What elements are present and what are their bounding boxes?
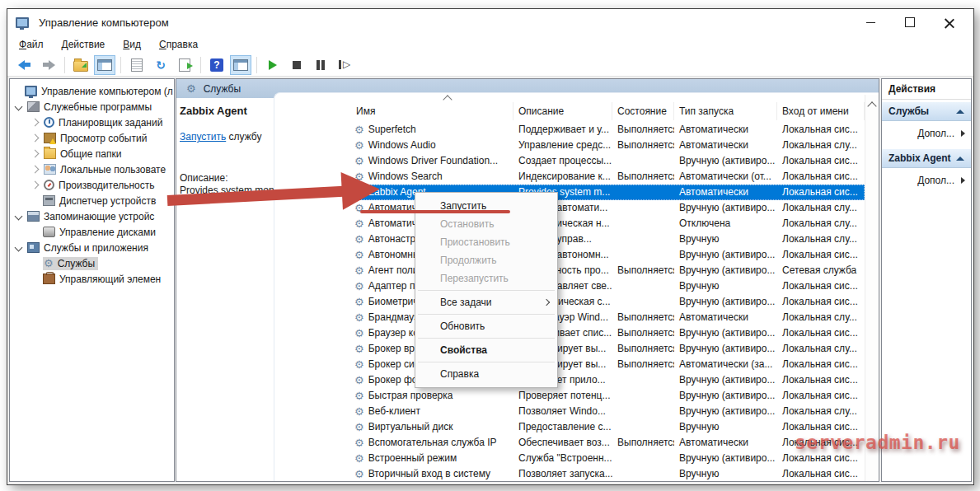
properties-button[interactable] — [126, 55, 148, 75]
service-status-cell — [612, 451, 674, 466]
expand-icon[interactable] — [31, 150, 40, 158]
start-service-button[interactable] — [262, 55, 284, 75]
actions-more-services[interactable]: Допол... — [882, 124, 971, 143]
context-menu-item-all-tasks[interactable]: Все задачи — [415, 293, 557, 311]
tree-item-task-scheduler[interactable]: Планировщик заданий — [10, 115, 174, 130]
service-startup-type-cell: Вручную (активиро... — [674, 153, 777, 169]
expand-icon[interactable] — [31, 181, 40, 189]
window-title: Управление компьютером — [39, 16, 169, 29]
table-row[interactable]: Виртуальный диск Предоставление с... Вру… — [351, 419, 865, 435]
table-row[interactable]: Встроенный режим Служба "Встроенн... Вру… — [351, 451, 865, 466]
service-status-cell — [612, 185, 674, 200]
extended-view-icon — [233, 59, 248, 71]
column-header-name[interactable]: Имя — [351, 102, 513, 120]
actions-section-zabbix-agent[interactable]: Zabbix Agent — [882, 148, 971, 168]
tree-item-event-viewer[interactable]: Просмотр событий — [10, 130, 174, 146]
menu-item-view[interactable]: Вид — [123, 39, 141, 50]
context-menu-item-start[interactable]: Запустить — [415, 197, 557, 215]
forward-icon — [42, 60, 55, 70]
menu-item-action[interactable]: Действие — [62, 39, 106, 50]
collapse-icon[interactable] — [15, 103, 23, 111]
tree-indent — [32, 230, 37, 235]
table-row[interactable]: Windows Audio Управление средс... Выполн… — [351, 138, 865, 153]
context-menu-item-properties[interactable]: Свойства — [415, 341, 557, 359]
shared-folders-icon — [44, 148, 56, 159]
back-button[interactable] — [14, 55, 35, 75]
pause-service-button[interactable] — [310, 55, 331, 75]
view-title: Службы — [204, 83, 241, 95]
expand-icon[interactable] — [31, 119, 40, 127]
console-tree-toggle-button[interactable] — [94, 55, 115, 75]
services-gear-icon: ⚙ — [44, 258, 54, 269]
scroll-up-icon[interactable] — [867, 101, 876, 110]
tree-item-performance[interactable]: Производительность — [10, 177, 174, 193]
tree-item-shared-folders[interactable]: Общие папки — [10, 146, 174, 161]
close-button[interactable] — [940, 13, 959, 31]
collapse-icon[interactable] — [15, 213, 23, 221]
folder-button[interactable] — [70, 55, 91, 75]
console-tree-pane: Управление компьютером (л Служебные прог… — [9, 78, 175, 482]
tree-item-services-apps[interactable]: Службы и приложения — [10, 240, 174, 255]
vertical-scrollbar[interactable] — [865, 95, 879, 481]
help-button[interactable] — [206, 55, 227, 75]
refresh-button[interactable]: ↻ — [150, 55, 171, 75]
menu-item-file[interactable]: Файл — [19, 39, 44, 50]
console-tree-icon — [97, 59, 112, 71]
menu-item-help[interactable]: Справка — [159, 39, 198, 50]
table-row[interactable]: Быстрая проверка Проверяет потенц... Вру… — [351, 388, 865, 404]
selected-tree-item: ⚙Службы — [43, 257, 98, 270]
context-menu-item-refresh[interactable]: Обновить — [415, 317, 557, 335]
tree-item-computer-management[interactable]: Управление компьютером (л — [10, 83, 174, 99]
disk-icon — [43, 227, 55, 237]
service-status-cell: Выполняется — [612, 263, 674, 278]
service-status-cell — [612, 388, 674, 404]
service-logon-cell: Локальная слу... — [777, 200, 865, 216]
column-header-logon-as[interactable]: Вход от имени — [777, 102, 865, 120]
table-row[interactable]: Веб-клиент Позволяет Windo... Вручную (а… — [351, 404, 865, 419]
screenshot-root: Управление компьютером Файл Действие Вид… — [0, 0, 980, 491]
tree-item-storage[interactable]: Запоминающие устройс — [10, 208, 174, 224]
collapse-icon[interactable] — [15, 244, 23, 252]
stop-service-button[interactable] — [286, 55, 307, 75]
table-row[interactable]: Вторичный вход в систему Позволяет запус… — [351, 466, 865, 482]
maximize-button[interactable] — [901, 13, 919, 31]
start-service-link[interactable]: Запустить — [180, 131, 226, 143]
tree-item-device-manager[interactable]: Диспетчер устройств — [10, 193, 174, 208]
app-icon — [16, 17, 29, 28]
service-startup-type-cell: Вручную (активиро... — [674, 294, 777, 310]
expand-icon[interactable] — [31, 166, 40, 174]
actions-section-services[interactable]: Службы — [882, 101, 971, 121]
table-row[interactable]: Вспомогательная служба IP Обеспечивает в… — [351, 435, 865, 451]
service-startup-type-cell: Вручную (активиро... — [674, 247, 777, 263]
tree-item-wmi-control[interactable]: Управляющий элемен — [10, 271, 174, 287]
actions-more-zabbix-agent[interactable]: Допол... — [882, 171, 971, 189]
export-list-button[interactable] — [174, 55, 195, 75]
table-row[interactable]: Windows Search Индексирование к... Выпол… — [351, 169, 865, 185]
service-startup-type-cell: Вручную (активиро... — [674, 263, 777, 278]
column-header-startup-type[interactable]: Тип запуска — [674, 102, 777, 120]
collapse-section-icon[interactable] — [956, 110, 964, 114]
column-header-description[interactable]: Описание — [513, 102, 612, 120]
column-header-status[interactable]: Состояние — [612, 102, 674, 120]
context-menu-item-help[interactable]: Справка — [415, 365, 557, 383]
forward-button[interactable] — [38, 55, 59, 75]
table-row[interactable]: Superfetch Поддерживает и у... Выполняет… — [351, 122, 865, 138]
tree-item-local-users[interactable]: Локальные пользовате — [10, 161, 174, 177]
minimize-button[interactable] — [861, 13, 879, 31]
service-status-cell — [612, 247, 674, 263]
service-startup-type-cell: Автоматически (от... — [674, 169, 777, 185]
table-row[interactable]: Windows Driver Foundation... Создает про… — [351, 153, 865, 169]
tree-indent — [32, 277, 37, 282]
tree-indent — [32, 199, 37, 203]
context-menu: Запустить Остановить Приостановить Продо… — [415, 192, 558, 388]
service-name-cell: Windows Audio — [351, 138, 513, 153]
restart-service-button[interactable] — [334, 55, 355, 75]
tree-item-disk-management[interactable]: Управление дисками — [10, 224, 174, 240]
tree-item-system-tools[interactable]: Служебные программы — [10, 99, 174, 115]
expand-icon[interactable] — [31, 134, 40, 143]
collapse-section-icon[interactable] — [956, 157, 964, 161]
submenu-arrow-icon — [543, 299, 550, 306]
tree-item-services[interactable]: ⚙Службы — [10, 255, 174, 271]
extended-view-button[interactable] — [230, 55, 251, 75]
service-startup-type-cell: Вручную (активиро... — [674, 388, 777, 404]
